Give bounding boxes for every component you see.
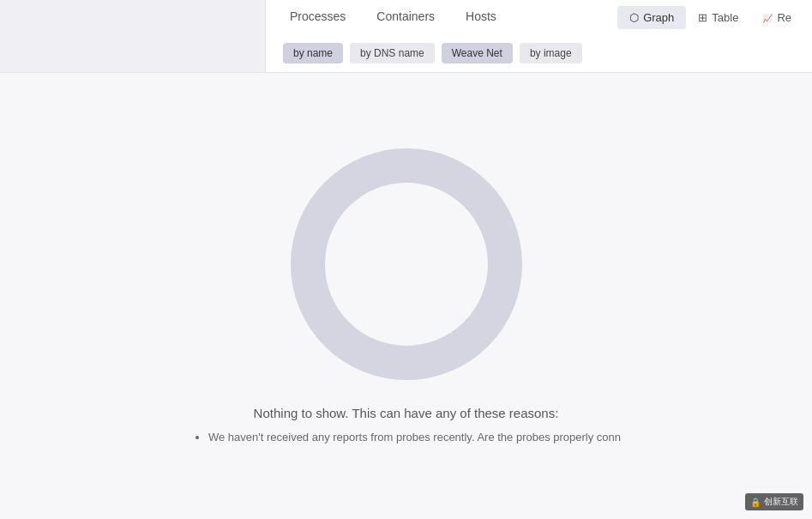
view-tab-table[interactable]: Table [686, 6, 750, 29]
view-tab-graph[interactable]: Graph [617, 6, 686, 29]
sub-btn-by-image[interactable]: by image [520, 43, 582, 63]
graph-icon [629, 11, 639, 24]
tab-processes-label: Processes [290, 9, 346, 23]
sub-btn-weave-net[interactable]: Weave Net [442, 43, 513, 63]
tab-processes[interactable]: Processes [274, 0, 361, 34]
sub-btn-by-dns-label: by DNS name [360, 47, 424, 59]
table-icon [698, 11, 707, 24]
view-tab-graph-label: Graph [643, 11, 674, 24]
view-tab-table-label: Table [712, 11, 738, 24]
tab-hosts[interactable]: Hosts [450, 0, 512, 34]
sub-btn-weave-net-label: Weave Net [452, 47, 502, 59]
nav-area: Processes Containers Hosts Graph Table [266, 0, 812, 72]
sub-btn-by-dns[interactable]: by DNS name [350, 43, 435, 63]
watermark: 🔒 创新互联 [745, 493, 803, 510]
sub-btn-by-name-label: by name [293, 47, 333, 59]
nav-top: Processes Containers Hosts Graph Table [274, 0, 803, 34]
tab-containers-label: Containers [376, 9, 435, 23]
nav-sub: by name by DNS name Weave Net by image [274, 34, 803, 72]
sidebar-placeholder [0, 0, 266, 72]
view-tab-report-label: Re [777, 11, 791, 24]
tab-containers[interactable]: Containers [361, 0, 450, 34]
loading-circle [291, 148, 522, 380]
tab-hosts-label: Hosts [466, 9, 496, 23]
sub-btn-by-name[interactable]: by name [283, 43, 343, 63]
watermark-text: 创新互联 [764, 496, 798, 508]
sub-btn-by-image-label: by image [530, 47, 572, 59]
top-bar: Processes Containers Hosts Graph Table [0, 0, 812, 73]
bullet-item: We haven't received any reports from pro… [208, 431, 621, 444]
view-tab-report[interactable]: Re [750, 6, 803, 29]
nothing-text: Nothing to show. This can have any of th… [254, 406, 559, 420]
report-icon [762, 11, 773, 24]
watermark-icon: 🔒 [750, 498, 761, 507]
view-tabs: Graph Table Re [617, 0, 803, 34]
main-content: Nothing to show. This can have any of th… [0, 73, 812, 519]
